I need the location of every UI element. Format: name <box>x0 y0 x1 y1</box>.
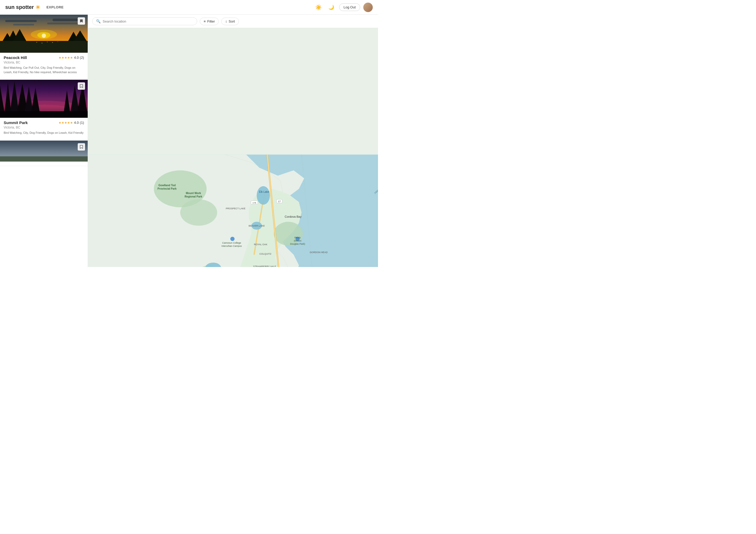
svg-point-15 <box>42 43 42 43</box>
svg-text:COLQUITZ: COLQUITZ <box>259 253 271 255</box>
rating-value-2: 4.0 <box>74 121 79 125</box>
location-card-2[interactable]: Summit Park ★★★★★ 4.0 (1) Victoria, BC B… <box>0 80 88 140</box>
bookmark-1[interactable] <box>78 17 85 25</box>
svg-text:PROSPECT LAKE: PROSPECT LAKE <box>226 207 245 210</box>
card-location-2: Victoria, BC <box>4 126 84 129</box>
search-input[interactable] <box>103 19 193 23</box>
location-card-3[interactable] <box>0 140 88 166</box>
header-right: ☀️ 🌙 Log Out <box>314 3 373 12</box>
map-toolbar: 🔍 ≡ Filter ↕ Sort <box>88 15 378 28</box>
svg-text:Cordova Bay: Cordova Bay <box>285 215 302 218</box>
sort-label: Sort <box>229 19 235 23</box>
card-body-2: Summit Park ★★★★★ 4.0 (1) Victoria, BC B… <box>0 118 88 136</box>
svg-text:BEAVER LAKE: BEAVER LAKE <box>249 224 265 227</box>
stars-2: ★★★★★ <box>59 121 73 125</box>
card-image-2 <box>0 80 88 118</box>
map-svg: 17 17A 14 17 ☀ ☀ ☀ <box>88 28 378 267</box>
card-tags-2: Bird Watching, City, Dog Friendly, Dogs … <box>4 131 84 135</box>
svg-point-44 <box>257 186 270 205</box>
card-image-1 <box>0 15 88 53</box>
svg-text:Camosun College: Camosun College <box>222 242 241 244</box>
logo-text: sun spotter <box>5 4 34 10</box>
card-image-wrap-1 <box>0 15 88 53</box>
location-card-1[interactable]: Peacock Hill ★★★★★ 4.0 (2) Victoria, BC … <box>0 15 88 80</box>
svg-text:(Mount: (Mount <box>294 240 302 242</box>
svg-point-17 <box>52 42 53 43</box>
svg-text:Regional Park: Regional Park <box>184 195 202 198</box>
nav-explore[interactable]: EXPLORE <box>46 5 64 9</box>
map-container[interactable]: 17 17A 14 17 ☀ ☀ ☀ <box>88 28 378 267</box>
avatar-image <box>363 3 373 12</box>
card-title-1: Peacock Hill <box>4 55 27 60</box>
logo-sun-icon: ☀ <box>36 4 40 11</box>
svg-point-16 <box>47 42 48 42</box>
svg-text:17A: 17A <box>253 202 256 204</box>
review-count-2: (1) <box>80 121 84 125</box>
sidebar: Peacock Hill ★★★★★ 4.0 (2) Victoria, BC … <box>0 15 88 267</box>
card-rating-2: ★★★★★ 4.0 (1) <box>59 121 84 125</box>
sunset-svg <box>0 15 88 53</box>
card-image-wrap-3 <box>0 140 88 162</box>
svg-point-49 <box>230 237 234 241</box>
main-layout: Peacock Hill ★★★★★ 4.0 (2) Victoria, BC … <box>0 15 378 267</box>
svg-text:Gowlland Tod: Gowlland Tod <box>159 184 176 187</box>
svg-point-14 <box>37 42 37 43</box>
svg-rect-6 <box>52 19 79 21</box>
card-image-wrap-2 <box>0 80 88 118</box>
bookmark-2[interactable] <box>78 82 85 90</box>
sort-button[interactable]: ↕ Sort <box>221 17 239 25</box>
bookmark-3[interactable] <box>78 143 85 151</box>
avatar[interactable] <box>363 3 373 12</box>
card-title-row-1: Peacock Hill ★★★★★ 4.0 (2) <box>4 55 84 60</box>
svg-text:Elk Lake: Elk Lake <box>259 191 269 193</box>
search-box[interactable]: 🔍 <box>92 17 197 25</box>
review-count-1: (2) <box>80 56 84 60</box>
filter-label: Filter <box>207 19 215 23</box>
filter-button[interactable]: ≡ Filter <box>200 17 219 25</box>
svg-text:Douglas Park): Douglas Park) <box>290 242 305 245</box>
svg-text:GORDON HEAD: GORDON HEAD <box>310 251 328 254</box>
sort-icon: ↕ <box>225 19 227 23</box>
svg-text:PKols: PKols <box>294 236 301 239</box>
svg-text:STRAWBERRY VALE: STRAWBERRY VALE <box>253 265 276 267</box>
svg-rect-33 <box>0 156 88 162</box>
bookmark-icon-1 <box>80 19 83 23</box>
card-location-1: Victoria, BC <box>4 61 84 64</box>
search-icon: 🔍 <box>96 19 100 23</box>
svg-point-37 <box>180 199 217 226</box>
svg-rect-8 <box>0 41 88 53</box>
svg-point-3 <box>42 34 46 38</box>
svg-rect-4 <box>5 20 37 22</box>
svg-rect-31 <box>0 111 88 118</box>
bookmark-icon-2 <box>80 84 83 88</box>
card-rating-1: ★★★★★ 4.0 (2) <box>59 56 84 60</box>
filter-icon: ≡ <box>204 19 206 23</box>
map-area: 🔍 ≡ Filter ↕ Sort <box>88 15 378 267</box>
svg-text:ROYAL OAK: ROYAL OAK <box>254 243 267 246</box>
logo[interactable]: sun spotter ☀ <box>5 4 40 11</box>
svg-rect-7 <box>47 23 79 24</box>
stars-1: ★★★★★ <box>59 56 73 60</box>
card-body-1: Peacock Hill ★★★★★ 4.0 (2) Victoria, BC … <box>0 53 88 75</box>
svg-point-18 <box>58 41 58 42</box>
rating-value-1: 4.0 <box>74 56 79 60</box>
bookmark-icon-3 <box>80 145 83 149</box>
card-title-2: Summit Park <box>4 120 28 125</box>
card-tags-1: Bird Watching, Car Pull Out, City, Dog F… <box>4 65 84 74</box>
svg-rect-5 <box>13 24 34 25</box>
purple-sunset-svg <box>0 80 88 118</box>
card-title-row-2: Summit Park ★★★★★ 4.0 (1) <box>4 120 84 125</box>
svg-text:Interurban Campus: Interurban Campus <box>222 245 242 247</box>
logout-button[interactable]: Log Out <box>339 3 360 11</box>
svg-text:Provincial Park: Provincial Park <box>157 187 177 190</box>
moon-theme-button[interactable]: 🌙 <box>327 3 336 12</box>
header-left: sun spotter ☀ EXPLORE <box>5 4 64 11</box>
third-svg <box>0 140 88 162</box>
sun-theme-button[interactable]: ☀️ <box>314 3 323 12</box>
svg-text:Mount Work: Mount Work <box>186 192 201 194</box>
header: sun spotter ☀ EXPLORE ☀️ 🌙 Log Out <box>0 0 378 15</box>
card-image-3 <box>0 140 88 162</box>
svg-text:17: 17 <box>278 200 281 203</box>
